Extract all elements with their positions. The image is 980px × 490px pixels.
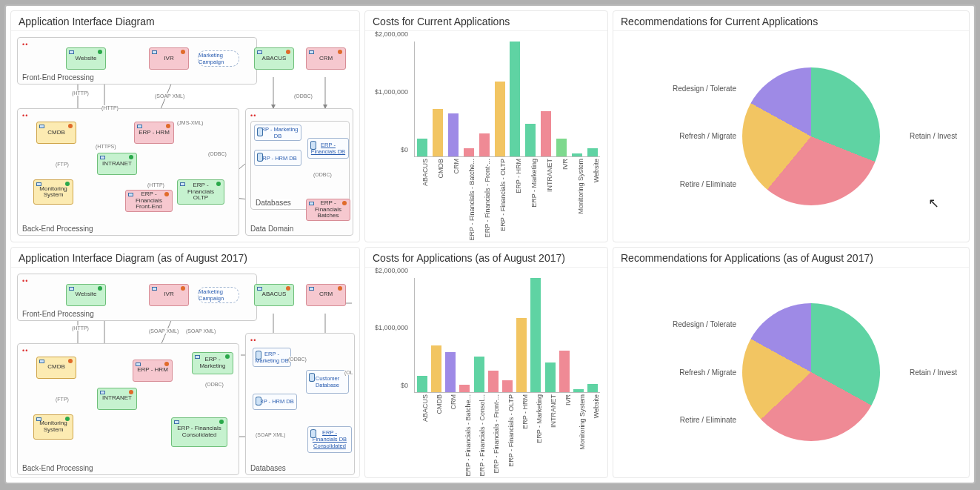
node-erp-marketing-db[interactable]: ERP - Marketing DB	[254, 125, 301, 141]
node-erp-fin-batches[interactable]: ERP - Financials Batches	[306, 199, 350, 221]
pie-chart-current[interactable]: Redesign / Tolerate Refresh / Migrate Re…	[616, 34, 966, 239]
node-erp-fin-fe[interactable]: ERP - Financials Front-End	[125, 190, 173, 212]
bar[interactable]	[545, 362, 556, 392]
node-marketing-campaign[interactable]: Marketing Campaign	[198, 50, 239, 67]
zone-label: Back-End Processing	[22, 225, 93, 233]
diagram-canvas-aug17[interactable]: •• Front-End Processing •• Back-End Proc…	[14, 271, 356, 475]
bar[interactable]	[417, 376, 427, 392]
bar[interactable]	[556, 139, 567, 156]
node-erp-hrm[interactable]: ERP - HRM	[133, 360, 173, 382]
x-axis-label: ERP - Financials - Consol...	[479, 394, 486, 476]
link-label: (ODBC)	[205, 382, 224, 387]
zone-label: Front-End Processing	[22, 310, 94, 318]
bar[interactable]	[541, 111, 551, 156]
bar[interactable]	[573, 389, 584, 392]
panel-title: Recommendations for Applications (as of …	[613, 248, 969, 268]
panel-body[interactable]: •• Front-End Processing •• Back-End Proc…	[11, 268, 359, 478]
bar[interactable]	[495, 82, 505, 156]
bar[interactable]	[474, 357, 484, 392]
x-axis-label: INTRANET	[550, 394, 557, 428]
node-marketing-campaign[interactable]: Marketing Campaign	[198, 287, 239, 303]
link-label: (HTTP)	[147, 182, 164, 188]
link-label: (FTP)	[56, 397, 69, 402]
link-label: (ODBC)	[313, 172, 332, 177]
bar[interactable]	[479, 133, 490, 156]
node-website[interactable]: Website	[66, 47, 106, 70]
node-erp-fin-db-consol[interactable]: ERP - Financials DB Consolidated	[307, 426, 352, 453]
bar[interactable]	[445, 352, 456, 392]
diagram-canvas-current[interactable]: •• Front-End Processing •• Back-End Proc…	[14, 34, 356, 239]
panel-diagram-aug17: Application Interface Diagram (as of Aug…	[10, 247, 360, 479]
bar[interactable]	[587, 384, 598, 392]
x-axis-label: ERP - Marketing	[536, 394, 543, 443]
panel-costs-current: Costs for Current Applications $0$1,000,…	[364, 10, 608, 242]
node-erp-hrm-db[interactable]: ERP - HRM DB	[253, 394, 297, 410]
link-label: (SOAP XML)	[256, 432, 285, 437]
bar-chart-aug17[interactable]: $0$1,000,000$2,000,000ABACUSCMDBCRMERP -…	[368, 271, 604, 475]
bar[interactable]	[572, 153, 582, 156]
node-erp-marketing-db[interactable]: ERP - Marketing DB	[253, 348, 291, 367]
bar[interactable]	[516, 318, 527, 392]
bar[interactable]	[488, 371, 499, 392]
node-website[interactable]: Website	[66, 284, 106, 306]
zone-label: Back-End Processing	[22, 464, 93, 472]
node-ivr[interactable]: IVR	[149, 47, 189, 70]
node-abacus[interactable]: ABACUS	[254, 284, 294, 306]
bar[interactable]	[587, 148, 598, 156]
bar[interactable]	[459, 385, 470, 392]
node-crm[interactable]: CRM	[306, 47, 346, 70]
node-erp-fin-oltp[interactable]: ERP - Financials OLTP	[177, 179, 224, 205]
node-monitoring[interactable]: Monitoring System	[33, 179, 73, 205]
bar[interactable]	[502, 380, 513, 392]
node-erp-hrm[interactable]: ERP - HRM	[134, 122, 174, 144]
bar[interactable]	[433, 109, 443, 156]
node-abacus[interactable]: ABACUS	[254, 47, 294, 70]
node-monitoring[interactable]: Monitoring System	[33, 414, 73, 440]
panel-diagram-current: Application Interface Diagram	[10, 10, 360, 242]
node-cmdb[interactable]: CMDB	[36, 122, 76, 144]
bar-chart-current[interactable]: $0$1,000,000$2,000,000ABACUSCMDBCRMERP -…	[368, 34, 604, 239]
pie-legend-retire: Retire / Eliminate	[616, 180, 742, 188]
bar[interactable]	[464, 148, 474, 156]
bar[interactable]	[525, 124, 536, 156]
bar[interactable]	[431, 345, 441, 392]
node-customer-db[interactable]: Customer Database	[306, 370, 349, 394]
bar[interactable]	[510, 42, 520, 156]
bar[interactable]	[448, 113, 459, 156]
bar[interactable]	[417, 139, 427, 156]
panel-title: Application Interface Diagram	[11, 11, 359, 31]
bar[interactable]	[530, 278, 541, 393]
link-label: (JMS-XML)	[177, 120, 203, 125]
pie-graphic[interactable]	[742, 67, 880, 205]
link-label: (SOAP XML)	[186, 328, 216, 334]
x-axis-label: CMDB	[437, 159, 444, 179]
x-axis-label: ERP - Financials - Front-...	[484, 159, 491, 237]
node-erp-marketing[interactable]: ERP - Marketing	[192, 352, 233, 374]
x-axis-label: IVR	[561, 159, 569, 170]
pie-graphic[interactable]	[742, 303, 880, 441]
x-axis-label: ERP - HRM	[515, 159, 522, 193]
panel-title: Application Interface Diagram (as of Aug…	[11, 248, 359, 268]
zone-label: Databases	[250, 464, 286, 472]
link-label: (FTP)	[56, 162, 69, 167]
x-axis-label: CRM	[450, 394, 457, 410]
node-ivr[interactable]: IVR	[149, 284, 189, 306]
node-erp-fin-db[interactable]: ERP - Financials DB	[307, 138, 349, 159]
node-erp-hrm-db[interactable]: ERP - HRM DB	[254, 150, 301, 166]
x-axis-label: Website	[593, 394, 600, 418]
node-intranet[interactable]: INTRANET	[97, 388, 137, 410]
panel-body[interactable]: •• Front-End Processing •• Back-End Proc…	[11, 31, 359, 242]
pie-legend-retain: Retain / Invest	[910, 368, 957, 377]
node-erp-fin-consol[interactable]: ERP - Financials Consolidated	[171, 417, 227, 447]
node-intranet[interactable]: INTRANET	[97, 153, 137, 175]
node-crm[interactable]: CRM	[306, 284, 346, 306]
zone-label: Databases	[256, 199, 291, 207]
x-axis-label: CRM	[453, 159, 460, 174]
x-axis-label: ERP - Marketing	[530, 159, 538, 208]
x-axis-label: Website	[593, 159, 600, 182]
node-cmdb[interactable]: CMDB	[36, 357, 76, 379]
link-label: (SOAP XML)	[149, 328, 179, 334]
pie-chart-aug17[interactable]: Redesign / Tolerate Refresh / Migrate Re…	[616, 271, 966, 475]
link-label: (ODBC)	[208, 151, 227, 156]
bar[interactable]	[559, 351, 570, 392]
